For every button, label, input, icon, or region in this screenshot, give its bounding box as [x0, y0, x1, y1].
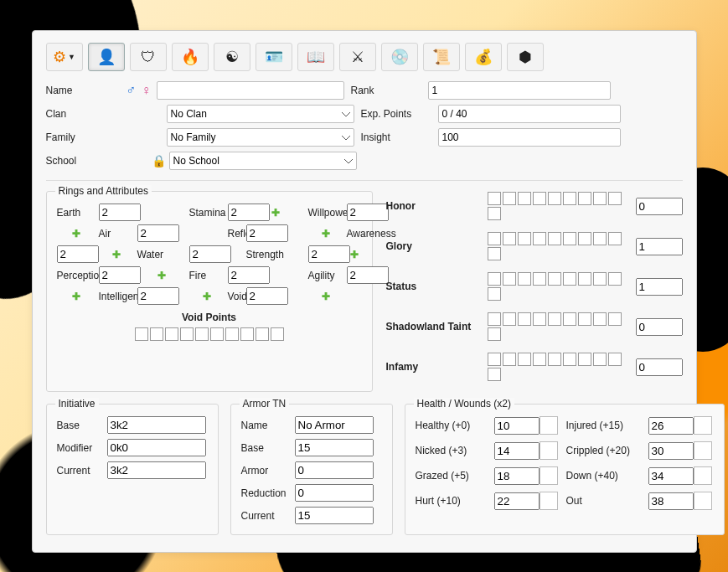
air-input[interactable]: [137, 224, 179, 242]
water-input[interactable]: [189, 245, 231, 263]
reflexes-input[interactable]: [246, 224, 288, 242]
grazed-label: Grazed (+5): [416, 470, 488, 482]
tab-yinyang[interactable]: ☯: [214, 43, 250, 71]
perception-input[interactable]: [99, 266, 141, 284]
honor-panel: Honor Glory Status Shadowland Taint Infa…: [386, 191, 683, 392]
name-input[interactable]: [157, 81, 344, 100]
rank-label: Rank: [344, 85, 428, 96]
tab-coins[interactable]: ⬢: [507, 43, 544, 71]
void-input[interactable]: [246, 287, 288, 305]
agility-inc[interactable]: ✚: [57, 291, 96, 302]
stamina-inc[interactable]: ✚: [246, 207, 305, 219]
armor-armor-input[interactable]: [295, 461, 374, 479]
tab-weapons[interactable]: ⚔: [339, 43, 376, 71]
injured-input[interactable]: [648, 417, 694, 435]
honor-input[interactable]: [636, 198, 683, 215]
out-input[interactable]: [648, 492, 694, 510]
tab-money[interactable]: 💰: [465, 43, 502, 71]
family-select[interactable]: No Family: [167, 128, 354, 147]
tab-scroll[interactable]: 📜: [423, 43, 460, 71]
tab-armor[interactable]: 🛡: [130, 43, 167, 71]
earth-label: Earth: [57, 207, 96, 219]
injured-label: Injured (+15): [566, 420, 642, 431]
intelligence-inc[interactable]: ✚: [189, 291, 225, 302]
down-input[interactable]: [648, 467, 694, 485]
fire-icon: 🔥: [181, 48, 199, 66]
crippled-box[interactable]: [694, 441, 712, 460]
tab-disc[interactable]: 💿: [381, 43, 418, 71]
willpower-input[interactable]: [347, 204, 389, 221]
fire-label: Fire: [189, 270, 225, 281]
grazed-box[interactable]: [540, 466, 558, 485]
status-track[interactable]: [487, 271, 627, 301]
init-cur-input[interactable]: [107, 461, 206, 479]
down-label: Down (+40): [566, 470, 642, 482]
water-label: Water: [137, 249, 186, 260]
armor-red-input[interactable]: [295, 484, 374, 502]
person-icon: 👤: [97, 48, 116, 66]
honor-label: Honor: [386, 200, 487, 212]
out-box[interactable]: [694, 492, 712, 510]
rank-input[interactable]: [428, 81, 611, 100]
void-points-track[interactable]: [57, 327, 362, 342]
scroll-icon: 📜: [432, 48, 451, 66]
armor-cur-input[interactable]: [295, 507, 374, 524]
insight-input[interactable]: [438, 128, 621, 147]
settings-button[interactable]: ⚙▼: [46, 43, 83, 71]
clan-select[interactable]: No Clan: [167, 105, 354, 123]
init-base-input[interactable]: [107, 416, 206, 434]
exp-label: Exp. Points: [354, 108, 438, 120]
strength-inc[interactable]: ✚: [347, 249, 362, 260]
infamy-track[interactable]: [487, 352, 627, 382]
lock-icon[interactable]: 🔒: [152, 154, 166, 167]
infamy-label: Infamy: [386, 361, 487, 373]
glory-track[interactable]: [487, 231, 627, 261]
school-select[interactable]: No School: [169, 152, 357, 170]
agility-input[interactable]: [347, 266, 389, 284]
awareness-input[interactable]: [57, 245, 99, 263]
grazed-input[interactable]: [494, 467, 540, 485]
armor-base-input[interactable]: [295, 439, 374, 456]
strength-input[interactable]: [308, 245, 350, 263]
tab-character[interactable]: 👤: [88, 43, 125, 71]
rings-fieldset: Rings and Attributes Earth Stamina✚ Will…: [46, 191, 373, 392]
nicked-input[interactable]: [494, 442, 540, 460]
status-input[interactable]: [636, 278, 683, 296]
down-box[interactable]: [694, 466, 712, 485]
tab-book[interactable]: 📖: [297, 43, 334, 71]
female-icon[interactable]: ♀: [142, 83, 152, 98]
infamy-input[interactable]: [636, 358, 683, 376]
nicked-box[interactable]: [540, 441, 558, 460]
willpower-label: Willpower: [308, 207, 343, 219]
init-base-label: Base: [57, 420, 107, 431]
toolbar: ⚙▼ 👤 🛡 🔥 ☯ 🪪 📖 ⚔ 💿 📜 💰 ⬢: [46, 43, 683, 71]
intelligence-input[interactable]: [137, 287, 179, 305]
armor-name-input[interactable]: [295, 416, 374, 434]
reflexes-inc[interactable]: ✚: [308, 228, 343, 240]
male-icon[interactable]: ♂: [126, 83, 137, 98]
init-mod-input[interactable]: [107, 439, 206, 456]
exp-input[interactable]: [438, 105, 621, 123]
rings-legend: Rings and Attributes: [55, 185, 152, 197]
tab-fire[interactable]: 🔥: [172, 43, 209, 71]
honor-track[interactable]: [487, 191, 627, 221]
tab-id[interactable]: 🪪: [256, 43, 292, 71]
willpower-inc[interactable]: ✚: [57, 228, 96, 240]
glory-input[interactable]: [636, 238, 683, 255]
hurt-box[interactable]: [540, 492, 558, 510]
void-inc[interactable]: ✚: [308, 291, 343, 302]
taint-label: Shadowland Taint: [386, 321, 487, 332]
hurt-input[interactable]: [494, 492, 540, 510]
earth-input[interactable]: [99, 204, 141, 221]
taint-track[interactable]: [487, 312, 627, 342]
injured-box[interactable]: [694, 416, 712, 435]
healthy-box[interactable]: [540, 416, 558, 435]
healthy-input[interactable]: [494, 417, 540, 435]
perception-inc[interactable]: ✚: [137, 270, 186, 281]
fire-input[interactable]: [228, 266, 270, 284]
yinyang-icon: ☯: [225, 48, 239, 66]
awareness-inc[interactable]: ✚: [99, 249, 134, 260]
hurt-label: Hurt (+10): [416, 495, 488, 507]
taint-input[interactable]: [636, 318, 683, 336]
crippled-input[interactable]: [648, 442, 694, 460]
